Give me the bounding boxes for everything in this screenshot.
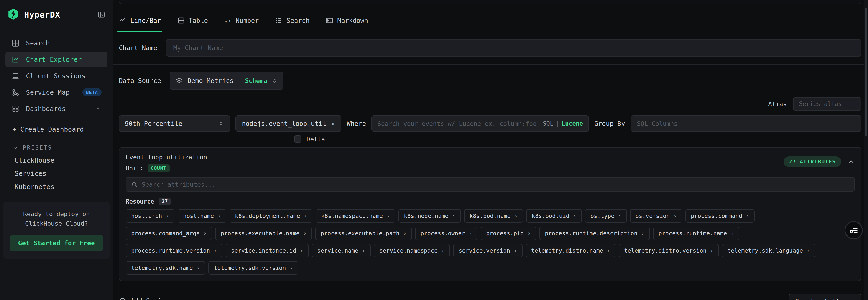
- alias-input[interactable]: [793, 97, 861, 111]
- attribute-chip[interactable]: process.runtime.description ›: [539, 226, 650, 240]
- collapse-panel-icon[interactable]: [848, 158, 855, 165]
- attribute-chip[interactable]: os.type ›: [585, 209, 627, 223]
- aggregation-select[interactable]: 90th Percentile: [119, 115, 230, 132]
- attribute-search-box[interactable]: [126, 177, 855, 192]
- attribute-chip[interactable]: service.instance.id ›: [226, 244, 309, 257]
- attribute-chip[interactable]: k8s.node.name ›: [399, 209, 461, 223]
- where-search-input[interactable]: [377, 120, 538, 127]
- attribute-chip[interactable]: process.pid ›: [481, 226, 536, 240]
- get-started-button[interactable]: Get Started for Free: [10, 235, 103, 251]
- metric-tag[interactable]: nodejs.event_loop.util ✕: [236, 115, 341, 132]
- data-source-select[interactable]: Demo Metrics Schema: [169, 72, 283, 89]
- attribute-chip[interactable]: process.runtime.version ›: [126, 244, 222, 257]
- attribute-chip[interactable]: service.name ›: [312, 244, 371, 257]
- collapse-sidebar-icon[interactable]: [97, 11, 105, 19]
- attribute-chip-label: process.command_args: [131, 230, 200, 237]
- markdown-icon: [326, 17, 333, 24]
- attribute-chip[interactable]: telemetry.sdk.version ›: [208, 261, 298, 275]
- schema-link[interactable]: Schema: [245, 77, 267, 84]
- chevron-right-icon: ›: [618, 213, 621, 219]
- attribute-chip[interactable]: process.owner ›: [415, 226, 477, 240]
- attribute-chip[interactable]: service.namespace ›: [374, 244, 450, 257]
- attribute-chip[interactable]: service.version ›: [453, 244, 522, 257]
- attribute-chip-label: k8s.namespace.name: [321, 213, 383, 219]
- tab-table[interactable]: Table: [177, 10, 208, 31]
- svg-text:3: 3: [228, 19, 230, 23]
- chevron-up-icon: [95, 106, 101, 112]
- chevron-right-icon: ›: [746, 213, 749, 219]
- attribute-chip[interactable]: k8s.pod.uid ›: [526, 209, 582, 223]
- attribute-chip-label: k8s.pod.name: [469, 213, 511, 219]
- chart-name-row: Chart Name: [119, 39, 861, 57]
- attribute-chip[interactable]: process.executable.path ›: [315, 226, 412, 240]
- attribute-chip[interactable]: host.arch ›: [126, 209, 175, 223]
- attribute-chip-label: k8s.node.name: [404, 213, 448, 219]
- create-dashboard-button[interactable]: + Create Dashboard: [12, 126, 113, 133]
- where-label: Where: [347, 120, 366, 128]
- attribute-chip-label: process.runtime.name: [658, 230, 727, 237]
- sql-option[interactable]: SQL: [543, 120, 554, 127]
- scrollbar-thumb[interactable]: [865, 8, 867, 136]
- attribute-chip[interactable]: telemetry.sdk.name ›: [126, 261, 205, 275]
- preset-item[interactable]: Services: [14, 170, 113, 178]
- attribute-chip[interactable]: process.command_args ›: [126, 226, 212, 240]
- attribute-chip-label: process.owner: [421, 230, 465, 237]
- group-by-input[interactable]: [630, 115, 861, 132]
- panel-header-right: 27 ATTRIBUTES: [783, 156, 855, 167]
- sidebar-item-client-sessions[interactable]: Client Sessions: [5, 69, 107, 83]
- chart-type-tabs: Line/Bar Table 1 2 3: [119, 10, 861, 31]
- alias-row: Alias: [119, 97, 861, 111]
- tab-search[interactable]: Search: [275, 10, 309, 31]
- brand-row: HyperDX: [0, 7, 113, 21]
- chart-name-input[interactable]: [166, 39, 861, 57]
- preset-item[interactable]: ClickHouse: [14, 156, 113, 164]
- attribute-chip[interactable]: k8s.pod.name ›: [464, 209, 523, 223]
- where-search-box[interactable]: SQL|Lucene: [371, 115, 589, 132]
- preset-item[interactable]: Kubernetes: [14, 183, 113, 191]
- attribute-chip[interactable]: telemetry.distro.version ›: [619, 244, 719, 257]
- attribute-chip[interactable]: os.version ›: [630, 209, 682, 223]
- feedback-fab-button[interactable]: [844, 221, 863, 239]
- tab-line-bar[interactable]: Line/Bar: [119, 10, 161, 31]
- lucene-option[interactable]: Lucene: [561, 120, 583, 127]
- sidebar-item-service-map[interactable]: Service Map BETA: [5, 85, 107, 100]
- presets-header[interactable]: PRESETS: [13, 144, 113, 151]
- data-source-value: Demo Metrics: [187, 77, 234, 85]
- chevron-down-icon: [13, 145, 19, 151]
- sidebar-item-dashboards[interactable]: Dashboards: [5, 101, 107, 116]
- attribute-chip-label: host.name: [183, 213, 214, 219]
- remove-metric-icon[interactable]: ✕: [331, 120, 335, 127]
- attribute-chip-label: host.arch: [131, 213, 162, 219]
- series-editor-row: 90th Percentile nodejs.event_loop.util ✕…: [119, 115, 861, 132]
- service-map-icon: [11, 88, 20, 97]
- attribute-chip[interactable]: process.runtime.name ›: [653, 226, 739, 240]
- attribute-chip[interactable]: process.command ›: [685, 209, 754, 223]
- attribute-chip-label: process.executable.name: [221, 230, 300, 237]
- chevron-right-icon: ›: [214, 248, 217, 254]
- select-chevrons-icon: [218, 120, 224, 127]
- tab-markdown[interactable]: Markdown: [326, 10, 368, 31]
- sidebar-item-search[interactable]: Search: [5, 35, 107, 51]
- attribute-chip[interactable]: telemetry.sdk.language ›: [722, 244, 815, 257]
- delta-checkbox[interactable]: [294, 135, 302, 143]
- attribute-search-input[interactable]: [142, 181, 849, 188]
- resource-count-badge: 27: [159, 198, 171, 205]
- tab-number[interactable]: 1 2 3 Number: [224, 10, 259, 31]
- attribute-chip[interactable]: telemetry.distro.name ›: [526, 244, 616, 257]
- table-icon: [177, 17, 185, 24]
- attribute-chip[interactable]: k8s.namespace.name ›: [316, 209, 395, 223]
- chevron-right-icon: ›: [807, 248, 810, 254]
- group-by-label: Group By: [594, 120, 625, 128]
- sql-lucene-toggle[interactable]: SQL|Lucene: [543, 120, 583, 127]
- select-chevrons-icon: [272, 78, 278, 84]
- attribute-chip[interactable]: host.name ›: [178, 209, 226, 223]
- sidebar-item-chart-explorer[interactable]: Chart Explorer: [5, 52, 107, 67]
- scrollbar[interactable]: [864, 0, 868, 300]
- display-settings-button[interactable]: Display Settings: [788, 294, 861, 300]
- add-series-button[interactable]: Add Series: [119, 297, 169, 300]
- attribute-chip[interactable]: process.executable.name ›: [215, 226, 312, 240]
- data-source-row: Data Source Demo Metrics Schema: [119, 72, 861, 89]
- main-content: Line/Bar Table 1 2 3: [114, 0, 868, 300]
- attribute-chip[interactable]: k8s.deployment.name ›: [229, 209, 312, 223]
- number-123-icon: 1 2 3: [224, 17, 231, 24]
